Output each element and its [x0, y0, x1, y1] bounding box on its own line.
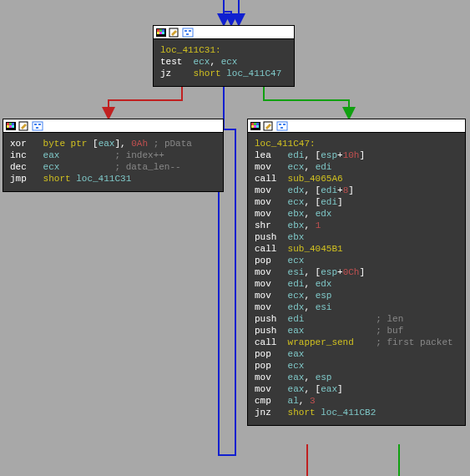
asm-line: pop ecx [255, 360, 458, 372]
asm-line: push ebx [255, 231, 458, 243]
asm-line: mov eax, esp [255, 372, 458, 383]
edit-icon[interactable] [18, 121, 30, 131]
svg-rect-16 [7, 125, 9, 128]
palette-icon[interactable] [5, 121, 17, 131]
asm-line: pop eax [255, 348, 458, 360]
asm-line: test ecx, ecx [160, 56, 287, 68]
asm-line: jnz short loc_411CB2 [255, 407, 458, 418]
asm-line: push eax ; buf [255, 325, 458, 337]
asm-line: cmp al, 3 [255, 395, 458, 407]
block-titlebar [248, 119, 465, 133]
asm-line: loc_411C31: [160, 44, 287, 56]
asm-line: loc_411C47: [255, 138, 458, 149]
palette-icon[interactable] [155, 28, 167, 38]
svg-rect-25 [251, 123, 254, 125]
svg-rect-4 [157, 32, 159, 34]
svg-rect-10 [189, 30, 191, 32]
svg-rect-23 [36, 127, 38, 129]
svg-rect-27 [256, 123, 259, 125]
asm-line: mov edx, [edi+8] [255, 185, 458, 196]
svg-rect-17 [9, 125, 12, 128]
group-icon[interactable] [32, 121, 43, 131]
group-icon[interactable] [276, 121, 288, 131]
asm-line: shr ebx, 1 [255, 220, 458, 231]
svg-rect-2 [159, 29, 162, 32]
svg-rect-3 [162, 29, 164, 32]
svg-rect-30 [256, 125, 259, 128]
svg-rect-8 [183, 28, 193, 37]
svg-rect-6 [162, 32, 164, 34]
svg-rect-13 [7, 123, 9, 125]
svg-rect-22 [38, 124, 41, 125]
asm-line: mov ecx, esp [255, 290, 458, 301]
asm-line: dec ecx ; data_len-- [10, 161, 216, 173]
svg-rect-20 [33, 122, 43, 130]
disassembly-code: xor byte ptr [eax], 0Ah ; pDatainc eax ;… [3, 133, 223, 191]
asm-line: call wrapper_send ; first packet [255, 337, 458, 348]
asm-line: mov eax, [eax] [255, 383, 458, 395]
svg-rect-35 [280, 127, 283, 129]
svg-rect-32 [277, 122, 287, 130]
asm-line: pop ecx [255, 255, 458, 266]
svg-rect-1 [157, 29, 159, 32]
svg-rect-14 [9, 123, 12, 125]
asm-line: inc eax ; index++ [10, 149, 216, 161]
asm-line: mov edx, esi [255, 301, 458, 313]
svg-rect-11 [186, 33, 189, 35]
asm-line: xor byte ptr [eax], 0Ah ; pData [10, 138, 216, 149]
block-titlebar [3, 119, 223, 133]
svg-rect-21 [34, 124, 37, 125]
edit-icon[interactable] [263, 121, 275, 131]
asm-line: lea edi, [esp+10h] [255, 149, 458, 161]
svg-rect-34 [283, 124, 286, 125]
asm-line: mov edi, edx [255, 278, 458, 290]
block-titlebar [154, 26, 294, 39]
block-411C31[interactable]: loc_411C31:test ecx, ecxjz short loc_411… [153, 25, 295, 87]
asm-line: mov ecx, edi [255, 161, 458, 173]
svg-rect-9 [184, 30, 187, 32]
asm-line: jz short loc_411C47 [160, 68, 287, 79]
edit-icon[interactable] [169, 28, 180, 38]
svg-rect-5 [159, 32, 162, 34]
palette-icon[interactable] [250, 121, 261, 131]
asm-line: jmp short loc_411C31 [10, 173, 216, 185]
disassembly-code: loc_411C47:lea edi, [esp+10h]mov ecx, ed… [248, 133, 465, 425]
block-411C47[interactable]: loc_411C47:lea edi, [esp+10h]mov ecx, ed… [247, 119, 466, 426]
svg-rect-26 [254, 123, 256, 125]
svg-rect-29 [254, 125, 256, 128]
asm-line: mov ecx, [edi] [255, 196, 458, 208]
disassembly-code: loc_411C31:test ecx, ecxjz short loc_411… [154, 39, 294, 86]
asm-line: call sub_4065A6 [255, 173, 458, 185]
asm-line: call sub_4045B1 [255, 243, 458, 255]
asm-line: mov esi, [esp+0Ch] [255, 266, 458, 278]
svg-rect-15 [12, 123, 14, 125]
svg-rect-28 [251, 125, 254, 128]
asm-line: mov ebx, edx [255, 208, 458, 220]
svg-rect-18 [12, 125, 14, 128]
asm-line: push edi ; len [255, 313, 458, 325]
group-icon[interactable] [182, 28, 194, 38]
block-xor-loop[interactable]: xor byte ptr [eax], 0Ah ; pDatainc eax ;… [3, 119, 224, 192]
svg-rect-33 [279, 124, 281, 125]
